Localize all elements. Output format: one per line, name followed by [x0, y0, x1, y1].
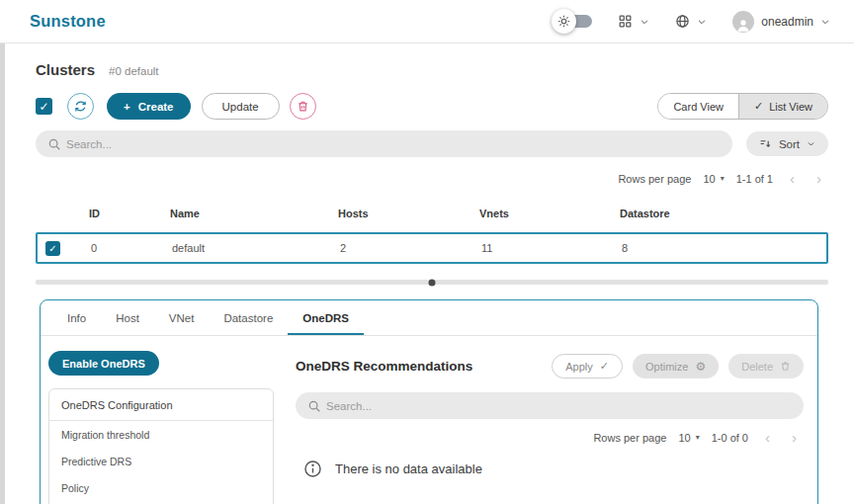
- apply-button[interactable]: Apply ✓: [552, 354, 623, 378]
- config-item-configuration[interactable]: OneDRS Configuration: [49, 389, 273, 421]
- next-page-button[interactable]: ›: [811, 170, 826, 187]
- globe-icon: [675, 14, 690, 29]
- cell-vnets: 11: [481, 242, 622, 254]
- title-row: Clusters #0 default: [36, 61, 828, 78]
- empty-message: There is no data available: [335, 462, 482, 476]
- enable-onedrs-button[interactable]: Enable OneDRS: [48, 351, 159, 376]
- page-range: 1-1 of 1: [736, 173, 773, 185]
- rows-per-page-select[interactable]: 10 ▾: [678, 432, 699, 444]
- caret-down-icon: ▾: [696, 433, 700, 442]
- column-vnets: Vnets: [479, 208, 620, 219]
- card-view-button[interactable]: Card View: [658, 94, 738, 119]
- chevron-down-icon: [640, 17, 649, 27]
- cell-datastore: 8: [622, 242, 826, 254]
- tab-vnet[interactable]: VNet: [154, 300, 210, 335]
- create-button-label: Create: [138, 101, 174, 113]
- app-root: Sunstone: [0, 0, 854, 504]
- trash-icon: [297, 100, 309, 113]
- rows-per-page-label: Rows per page: [593, 432, 666, 444]
- recommendations-search-input[interactable]: [326, 400, 792, 412]
- table-row[interactable]: ✓ 0 default 2 11 8: [36, 232, 828, 264]
- sort-button[interactable]: Sort: [746, 131, 828, 156]
- recommendations-title: OneDRS Recommendations: [296, 359, 472, 374]
- row-checkbox[interactable]: ✓: [45, 241, 60, 256]
- language-menu-button[interactable]: [675, 14, 707, 29]
- apps-grid-icon: [618, 14, 633, 29]
- config-item-policy[interactable]: Policy: [49, 474, 273, 501]
- create-button[interactable]: + Create: [107, 93, 191, 120]
- row-checkbox-cell: ✓: [38, 241, 81, 256]
- caret-down-icon: ▾: [721, 174, 725, 183]
- cell-name: default: [172, 242, 340, 254]
- rows-per-page-value: 10: [678, 432, 690, 444]
- user-name: oneadmin: [761, 15, 813, 29]
- user-menu-button[interactable]: oneadmin: [732, 11, 830, 33]
- header-controls: oneadmin: [552, 9, 830, 34]
- delete-recommendation-button[interactable]: Delete: [728, 354, 804, 378]
- splitter-handle[interactable]: [36, 280, 828, 285]
- search-icon: [47, 137, 61, 151]
- prev-page-button[interactable]: ‹: [760, 429, 775, 446]
- sort-icon: [759, 137, 772, 150]
- splitter-dot-icon: [429, 279, 436, 286]
- search-icon: [307, 399, 321, 413]
- app-logo: Sunstone: [30, 12, 106, 31]
- sort-label: Sort: [779, 138, 800, 150]
- theme-toggle-switch[interactable]: [552, 9, 592, 34]
- delete-label: Delete: [741, 361, 773, 373]
- empty-state: There is no data available: [303, 460, 804, 478]
- column-name: Name: [170, 208, 338, 219]
- next-page-button[interactable]: ›: [787, 429, 802, 446]
- recommendations-header: OneDRS Recommendations Apply ✓ Optimize …: [296, 354, 804, 378]
- detail-panel: Info Host VNet Datastore OneDRS Enable O…: [40, 299, 818, 504]
- chevron-down-icon: [820, 17, 830, 27]
- rows-per-page-select[interactable]: 10 ▾: [703, 173, 724, 185]
- tab-onedrs[interactable]: OneDRS: [288, 300, 364, 335]
- app-header: Sunstone: [0, 0, 854, 43]
- recommendations-actions: Apply ✓ Optimize ⚙ Delete: [552, 354, 804, 378]
- recommendations-search-bar[interactable]: [296, 392, 804, 419]
- rows-per-page-value: 10: [703, 173, 715, 185]
- sidebar-rail[interactable]: [0, 43, 5, 504]
- table-header: ID Name Hosts Vnets Datastore: [36, 199, 828, 232]
- cell-hosts: 2: [340, 242, 481, 254]
- search-input[interactable]: [66, 138, 721, 150]
- view-toggle-group: Card View ✓ List View: [657, 93, 828, 120]
- list-view-button[interactable]: ✓ List View: [738, 94, 827, 119]
- page-subtitle: #0 default: [109, 65, 159, 77]
- tab-info[interactable]: Info: [52, 300, 101, 335]
- page-range: 1-0 of 0: [712, 432, 748, 444]
- refresh-icon: [74, 100, 87, 113]
- config-item-predictive-drs[interactable]: Predictive DRS: [49, 448, 273, 474]
- toolbar: ✓ + Create Update: [36, 93, 828, 120]
- detail-tabs: Info Host VNet Datastore OneDRS: [41, 300, 817, 336]
- plus-icon: +: [124, 101, 130, 113]
- check-icon: ✓: [600, 360, 609, 373]
- onedrs-right-column: OneDRS Recommendations Apply ✓ Optimize …: [296, 351, 804, 504]
- update-button[interactable]: Update: [202, 93, 280, 120]
- onedrs-left-column: Enable OneDRS OneDRS Configuration Migra…: [48, 351, 274, 504]
- refresh-button[interactable]: [67, 93, 94, 120]
- cell-id: 0: [81, 242, 172, 254]
- search-bar[interactable]: [36, 130, 732, 157]
- select-all-checkbox[interactable]: ✓: [36, 98, 52, 115]
- info-icon: [303, 460, 322, 478]
- pagination-top: Rows per page 10 ▾ 1-1 of 1 ‹ ›: [36, 170, 826, 187]
- onedrs-panel: Enable OneDRS OneDRS Configuration Migra…: [41, 336, 817, 504]
- optimize-button[interactable]: Optimize ⚙: [633, 354, 719, 378]
- apps-menu-button[interactable]: [618, 14, 649, 29]
- prev-page-button[interactable]: ‹: [785, 170, 800, 187]
- pagination-recommendations: Rows per page 10 ▾ 1-0 of 0 ‹ ›: [296, 429, 802, 446]
- column-id: ID: [79, 208, 170, 219]
- tab-host[interactable]: Host: [101, 300, 154, 335]
- apply-label: Apply: [565, 361, 593, 373]
- page-title: Clusters: [36, 61, 95, 78]
- tab-datastore[interactable]: Datastore: [209, 300, 288, 335]
- trash-icon: [780, 361, 791, 372]
- delete-button[interactable]: [290, 93, 316, 120]
- sun-icon: [552, 9, 576, 34]
- check-icon: ✓: [754, 100, 763, 113]
- chevron-down-icon: [697, 17, 707, 27]
- onedrs-config-list: OneDRS Configuration Migration threshold…: [48, 388, 274, 504]
- config-item-migration-threshold[interactable]: Migration threshold: [49, 421, 273, 448]
